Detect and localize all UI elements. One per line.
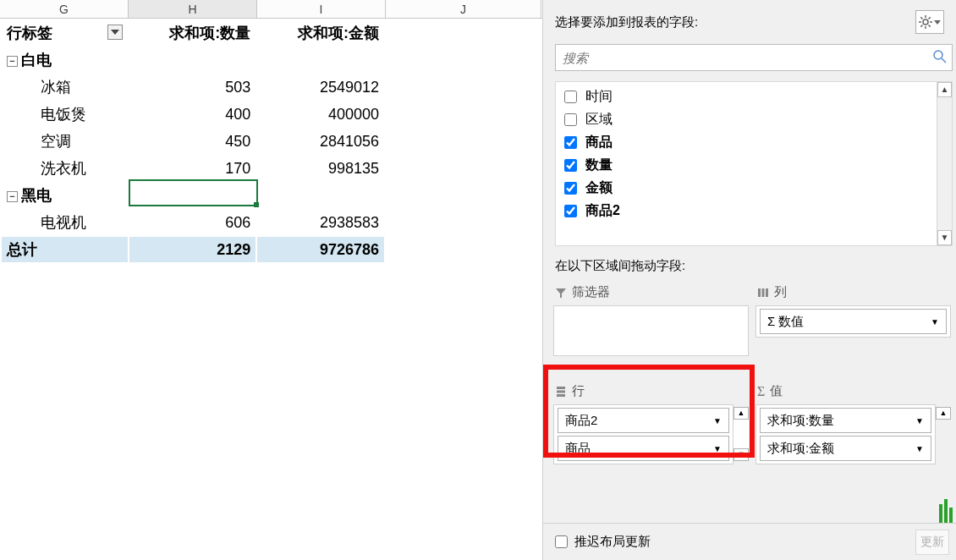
field-pill-rows[interactable]: 商品2▼ [558,408,729,433]
svg-marker-10 [934,20,941,25]
search-icon [932,49,948,64]
field-list-scrollbar[interactable]: ▲ ▼ [937,82,952,245]
row-qty[interactable]: 400 [129,102,255,127]
values-area-label: 值 [770,383,783,399]
bottom-bar: 推迟布局更新 更新 [543,523,956,560]
field-search [555,44,953,71]
choose-fields-label: 选择要添加到报表的字段: [555,14,698,30]
total-qty: 2129 [129,237,255,262]
field-pill-rows[interactable]: 商品▼ [558,436,729,461]
pivot-qty-header: 求和项:数量 [129,20,255,46]
search-input[interactable] [555,44,953,71]
row-label[interactable]: 冰箱 [2,74,128,100]
spreadsheet-area: G H I J 行标签 求和项:数量 求和项:金额 −白电 冰箱50325490… [0,0,542,560]
values-area[interactable]: 求和项:数量▼ 求和项:金额▼ [755,404,936,464]
activity-indicator [939,499,953,523]
field-pill-values[interactable]: 求和项:金额▼ [760,436,931,461]
pivot-rowlabel-header: 行标签 [7,25,52,41]
rows-area[interactable]: 商品2▼ 商品▼ [553,404,733,464]
update-button[interactable]: 更新 [915,530,949,555]
col-header-j[interactable]: J [386,0,541,18]
row-qty[interactable]: 503 [129,74,255,100]
pill-label: Σ 数值 [767,314,804,330]
scroll-up-icon[interactable]: ▲ [937,82,952,97]
field-label: 时间 [585,88,613,106]
field-label: 数量 [585,156,613,174]
col-header-g[interactable]: G [0,0,129,18]
column-headers: G H I J [0,0,542,19]
svg-line-7 [929,25,931,27]
field-row[interactable]: 商品 [556,131,952,154]
defer-label: 推迟布局更新 [574,534,651,550]
group-label: 黑电 [21,187,52,204]
scroll-up-icon[interactable]: ▲ [733,407,749,420]
field-row[interactable]: 商品2 [556,200,952,222]
field-checkbox[interactable] [564,136,577,149]
collapse-icon[interactable]: − [7,56,18,67]
total-label: 总计 [2,237,128,262]
field-checkbox[interactable] [564,159,577,172]
svg-line-12 [942,58,946,63]
total-amt: 9726786 [257,237,384,262]
svg-rect-16 [766,288,768,297]
defer-layout-checkbox[interactable]: 推迟布局更新 [555,534,651,550]
collapse-icon[interactable]: − [7,191,18,202]
rows-icon [555,386,567,398]
rows-area-label: 行 [572,383,585,399]
field-pill-values[interactable]: 求和项:数量▼ [760,408,931,433]
field-checkbox[interactable] [564,113,577,126]
row-amt[interactable]: 2841056 [257,129,384,154]
field-checkbox[interactable] [564,91,577,103]
row-label[interactable]: 电饭煲 [2,102,128,127]
rows-scroll: ▲ ▼ [733,407,749,462]
svg-rect-19 [557,394,565,397]
chevron-down-icon: ▼ [931,317,939,327]
svg-rect-14 [758,288,761,297]
filters-area[interactable] [553,305,749,356]
svg-point-1 [923,19,928,25]
col-header-h[interactable]: H [129,0,257,18]
field-checkbox[interactable] [564,205,577,217]
chevron-down-icon: ▼ [713,416,722,425]
chevron-down-icon: ▼ [915,416,924,425]
chevron-down-icon: ▼ [915,444,924,453]
field-row[interactable]: 时间 [556,85,952,108]
svg-marker-0 [111,30,119,35]
row-label[interactable]: 空调 [2,129,128,154]
row-label[interactable]: 电视机 [2,210,128,235]
pill-label: 求和项:金额 [767,441,834,457]
scroll-up-icon[interactable]: ▲ [936,407,951,420]
values-scroll: ▲ [936,407,951,462]
svg-rect-15 [762,288,765,297]
row-amt[interactable]: 2938583 [257,210,384,235]
field-label: 金额 [585,179,613,197]
field-row[interactable]: 金额 [556,177,952,200]
row-amt[interactable]: 400000 [257,102,384,127]
field-checkbox[interactable] [564,182,577,195]
columns-area-label: 列 [774,284,787,300]
sigma-icon: Σ [757,384,765,399]
row-qty[interactable]: 606 [129,210,255,235]
svg-line-6 [920,17,922,19]
filters-area-label: 筛选器 [572,284,610,300]
field-row[interactable]: 数量 [556,154,952,177]
gear-icon [919,15,932,29]
settings-button[interactable] [915,10,944,34]
pill-label: 商品2 [565,413,597,429]
pill-label: 求和项:数量 [767,413,834,429]
col-header-i[interactable]: I [257,0,386,18]
row-qty[interactable]: 450 [129,129,255,154]
row-label[interactable]: 洗衣机 [2,156,128,181]
filter-dropdown-icon[interactable] [107,25,123,40]
defer-checkbox[interactable] [555,535,568,548]
row-amt[interactable]: 998135 [257,156,384,181]
row-qty[interactable]: 170 [129,156,255,181]
row-amt[interactable]: 2549012 [257,74,384,100]
scroll-down-icon[interactable]: ▼ [733,448,749,461]
columns-area[interactable]: Σ 数值▼ [755,305,951,338]
scroll-down-icon[interactable]: ▼ [937,230,952,245]
pivot-field-pane: 选择要添加到报表的字段: 时间 区域 商品 数量 金额 商品2 ▲ ▼ 在以下区… [542,0,956,560]
field-pill-values[interactable]: Σ 数值▼ [760,309,947,334]
field-row[interactable]: 区域 [556,108,952,131]
group-label: 白电 [21,52,52,69]
